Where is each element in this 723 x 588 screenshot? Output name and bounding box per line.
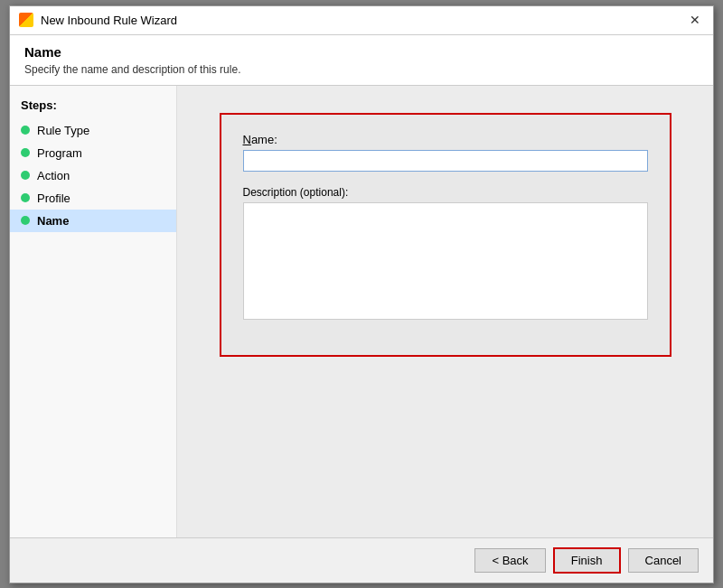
name-input[interactable] [243, 150, 648, 172]
window-title: New Inbound Rule Wizard [41, 14, 177, 27]
sidebar-item-label-name: Name [37, 214, 69, 228]
sidebar-item-action[interactable]: Action [10, 164, 176, 187]
sidebar-item-program[interactable]: Program [10, 142, 176, 164]
steps-label: Steps: [10, 95, 176, 119]
sidebar-item-label-program: Program [37, 146, 82, 160]
close-button[interactable]: ✕ [686, 11, 704, 29]
main-window: New Inbound Rule Wizard ✕ Name Specify t… [9, 5, 714, 583]
step-dot-action [21, 171, 30, 180]
app-icon [19, 13, 33, 27]
name-form-group: Name: [243, 133, 648, 172]
window-body: Steps: Rule Type Program Action Profile … [10, 86, 713, 537]
sidebar-item-name[interactable]: Name [10, 210, 176, 232]
sidebar-item-profile[interactable]: Profile [10, 187, 176, 210]
back-button[interactable]: < Back [474, 548, 545, 573]
description-textarea[interactable] [243, 202, 648, 320]
window-header: Name Specify the name and description of… [10, 35, 713, 86]
sidebar: Steps: Rule Type Program Action Profile … [10, 86, 177, 537]
title-bar: New Inbound Rule Wizard ✕ [10, 6, 713, 35]
description-form-group: Description (optional): [243, 186, 648, 322]
step-dot-rule-type [21, 126, 30, 135]
page-subtitle: Specify the name and description of this… [24, 63, 699, 76]
sidebar-item-label-rule-type: Rule Type [37, 124, 89, 137]
page-title: Name [24, 44, 699, 60]
title-bar-left: New Inbound Rule Wizard [19, 13, 177, 27]
step-dot-program [21, 148, 30, 157]
sidebar-item-label-profile: Profile [37, 191, 70, 205]
finish-button[interactable]: Finish [553, 547, 621, 574]
window-footer: < Back Finish Cancel [10, 537, 713, 583]
step-dot-profile [21, 193, 30, 202]
form-container: Name: Description (optional): [220, 113, 671, 357]
step-dot-name [21, 216, 30, 225]
name-label: Name: [243, 133, 648, 146]
sidebar-item-rule-type[interactable]: Rule Type [10, 119, 176, 142]
cancel-button[interactable]: Cancel [628, 548, 699, 573]
description-label: Description (optional): [243, 186, 648, 199]
main-content: Name: Description (optional): [177, 86, 713, 537]
sidebar-item-label-action: Action [37, 169, 70, 182]
